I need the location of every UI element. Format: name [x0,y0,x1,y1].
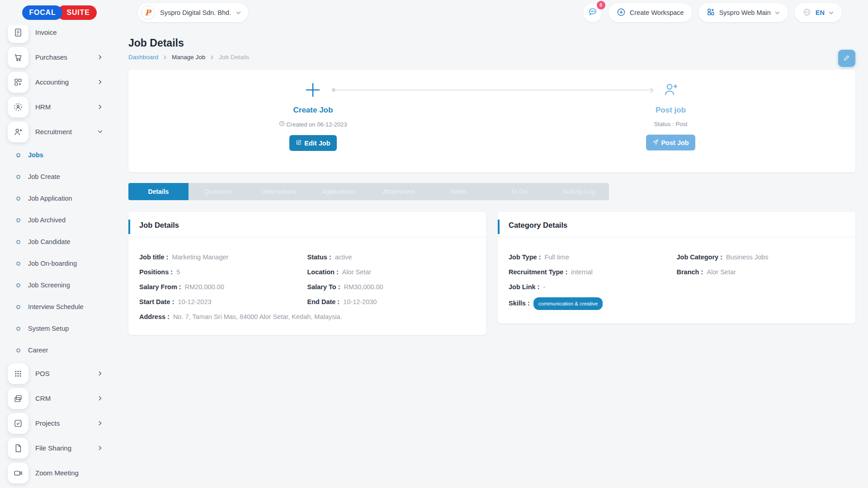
video-camera-icon [8,463,28,483]
field-label: Positions : [139,268,173,276]
circle-bullet-icon [16,305,20,309]
breadcrumb-dashboard[interactable]: Dashboard [128,54,158,61]
card-header: Category Details [498,212,855,237]
edit-icon [296,139,302,147]
plus-icon [245,81,381,99]
category-details-card: Category Details Job Type :Full time Job… [498,212,855,324]
focal-suite-logo[interactable]: FOCAL SUITE [22,5,96,20]
edit-job-label: Edit Job [304,140,330,147]
company-selector[interactable]: P Syspro Digital Sdn. Bhd. [138,3,248,22]
field-job-category: Job Category :Business Jobs [677,253,845,262]
sidebar-item-job-create[interactable]: Job Create [0,166,119,188]
field-branch: Branch :Alor Setar [677,267,845,277]
topbar: FOCAL SUITE P Syspro Digital Sdn. Bhd. 0 [0,0,868,25]
sidebar-item-jobs[interactable]: Jobs [0,144,119,166]
workspace-name: Syspro Web Main [719,9,771,16]
step-title: Create Job [245,106,381,115]
ledger-grid-icon [8,72,28,93]
sidebar-item-label: Projects [35,419,60,427]
field-label: Job Link : [509,283,539,291]
tab-activity-log[interactable]: Activity Log [549,183,609,200]
post-job-button[interactable]: Post Job [646,135,695,150]
field-label: Salary From : [139,283,181,291]
sidebar-item-zoom-meeting[interactable]: Zoom Meeting [0,460,119,485]
field-value: 10-12-2023 [178,298,211,305]
sidebar-item-job-onboarding[interactable]: Job On-boarding [0,253,119,274]
field-label: Status : [307,253,331,261]
edit-page-button[interactable] [838,50,855,67]
sidebar-item-career[interactable]: Career [0,339,119,361]
breadcrumb-job-details: Job Details [219,54,249,61]
sidebar-item-label: Purchases [35,53,67,61]
language-selector[interactable]: EN [794,3,842,22]
sidebar-item-job-archived[interactable]: Job Archived [0,209,119,231]
chat-button[interactable]: 0 [583,3,602,22]
tab-questions[interactable]: Questions [189,183,249,200]
circle-bullet-icon [16,175,20,179]
breadcrumb: Dashboard Manage Job Job Details [128,54,855,61]
sidebar-item-hrm[interactable]: HRM [0,94,119,119]
field-label: Skills : [509,300,530,307]
field-spacer [677,282,845,291]
breadcrumb-manage-job[interactable]: Manage Job [172,54,205,61]
globe-icon [802,8,811,18]
sidebar-subitem-label: Job On-boarding [28,260,77,267]
chevron-down-icon [98,129,103,134]
tab-todo[interactable]: To Do [489,183,549,200]
category-fields: Job Type :Full time Job Category :Busine… [498,237,855,324]
accent-bar [498,220,500,234]
step-title: Post job [603,106,739,115]
sidebar-item-invoice[interactable]: Invoice [0,25,119,45]
sidebar-item-job-screening[interactable]: Job Screening [0,274,119,296]
chevron-right-icon [163,55,167,60]
person-plus-icon [8,122,28,142]
field-positions: Positions :5 [139,267,307,277]
tab-details[interactable]: Details [128,183,189,200]
task-check-icon [8,413,28,434]
brand-wrap: FOCAL SUITE [0,5,119,20]
field-value: Alor Setar [707,268,736,276]
chat-badge: 0 [597,1,605,9]
workspace-selector[interactable]: Syspro Web Main [698,3,788,22]
circle-bullet-icon [16,262,20,266]
create-workspace-button[interactable]: Create Workspace [609,3,692,22]
sidebar-item-crm[interactable]: CRM [0,386,119,411]
field-value: Business Jobs [726,253,769,261]
edit-job-button[interactable]: Edit Job [289,135,336,151]
sidebar-item-job-application[interactable]: Job Application [0,188,119,209]
field-label: Location : [307,268,339,276]
cart-icon [8,47,28,68]
sidebar-item-system-setup[interactable]: System Setup [0,318,119,339]
chevron-right-icon [210,55,214,60]
tab-applications[interactable]: Applications [309,183,369,200]
field-label: End Date : [307,298,340,305]
card-title: Category Details [509,221,844,230]
chevron-down-icon [829,10,834,15]
sidebar-item-purchases[interactable]: Purchases [0,45,119,70]
job-fields: Job title :Marketing Manager Status :act… [128,237,486,335]
field-job-title: Job title :Marketing Manager [139,253,307,262]
circle-bullet-icon [16,283,20,287]
sidebar-subitem-label: System Setup [28,325,69,332]
tab-descriptions[interactable]: Descriptions [249,183,309,200]
tab-notes[interactable]: Notes [429,183,489,200]
sidebar-item-recruitment[interactable]: Recruitment [0,119,119,144]
accent-bar [128,220,130,234]
sidebar-item-file-sharing[interactable]: File Sharing [0,436,119,460]
company-name: Syspro Digital Sdn. Bhd. [160,9,231,16]
sidebar-item-accounting[interactable]: Accounting [0,70,119,94]
sidebar-subitem-label: Job Candidate [28,238,71,245]
tab-attachment[interactable]: Attachment [369,183,429,200]
sidebar-item-job-candidate[interactable]: Job Candidate [0,231,119,253]
send-icon [652,139,659,146]
sidebar-item-pos[interactable]: POS [0,361,119,386]
create-workspace-label: Create Workspace [630,9,684,16]
sidebar-subitem-label: Jobs [28,151,43,159]
sidebar-item-projects[interactable]: Projects [0,411,119,436]
chevron-right-icon [98,371,103,376]
field-value: Marketing Manager [172,253,228,261]
brand-focal: FOCAL [22,5,62,20]
sidebar-item-interview-schedule[interactable]: Interview Schedule [0,296,119,318]
field-value: No. 7, Taman Sri Mas, 84000 Alor Setar, … [173,313,342,320]
field-value: internal [571,268,593,276]
